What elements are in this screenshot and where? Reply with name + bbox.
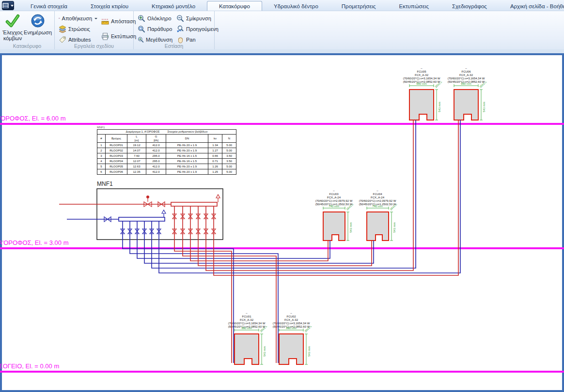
- svg-text:740 mm: 740 mm: [329, 205, 339, 208]
- chevron-down-icon: [11, 5, 14, 7]
- zoom-out-button[interactable]: Σμίκρυνση: [174, 14, 220, 23]
- layers-button[interactable]: Στρώσεις: [57, 25, 99, 33]
- svg-text:990 mm: 990 mm: [286, 327, 297, 330]
- fcu04-labels: –FCU04FCX_A-24 (70/60/20°C):n=2,0979,92 …: [348, 189, 407, 206]
- save-button[interactable]: Αποθήκευση: [57, 14, 99, 23]
- zoom-window-icon: [138, 25, 145, 33]
- group-label: Κατακόρυφο: [0, 43, 54, 49]
- group-ergaleia-sxediou: Αποθήκευση Στρώσεις: [55, 11, 134, 49]
- zoom-out-icon: [176, 15, 184, 22]
- print-button[interactable]: Εκτύπωση: [99, 32, 138, 41]
- check-icon: [5, 14, 20, 28]
- svg-text:16x1,5: 16x1,5: [345, 204, 354, 211]
- tab-ektyposeis[interactable]: Εκτυπώσεις: [388, 1, 440, 11]
- table-row: 2RLOOP0214.07412.0PE-Xb 20 x 1.91.275.00: [97, 148, 236, 153]
- svg-text:543 mm: 543 mm: [438, 102, 441, 112]
- canvas-top-frame: [0, 53, 564, 55]
- svg-text:20x1,9: 20x1,9: [259, 326, 267, 333]
- fcu06-labels: –FCU06FCX_A-32 (70/60/20°C):n=3,1654,34 …: [437, 67, 495, 84]
- printer-icon: [101, 32, 109, 40]
- table-row: 5RLOOP0512.63412.0PE-Xb 20 x 1.91.265.00: [97, 164, 236, 169]
- zoom-previous-icon: [176, 25, 184, 33]
- group-label: Εστίαση: [134, 43, 214, 49]
- fcu06-unit[interactable]: 990 mm 543 mm 20x1,9: [453, 82, 492, 122]
- svg-text:543 mm: 543 mm: [308, 346, 311, 357]
- ribbon-body: Έλεγχος κόμβων Ενημέρωση Κατακόρυφο: [0, 11, 564, 49]
- floor-label-2: Β'ΟΡΟΦΟΣ, El. = 6.00 m: [0, 115, 66, 122]
- floor-label-1: Α'ΟΡΟΦΟΣ, El. = 3.00 m: [0, 239, 69, 246]
- tag-icon: [59, 36, 66, 44]
- table-row: 1RLOOP0119.12412.0PE-Xb 20 x 1.91.345.00: [97, 143, 236, 148]
- zoom-window-button[interactable]: Παράθυρο: [136, 25, 174, 33]
- tab-prometriseis[interactable]: Προμετρήσεις: [330, 1, 388, 11]
- tab-strip: Γενικά στοιχεία Στοιχεία κτιρίου Κτηριακ…: [0, 0, 564, 11]
- zoom-full-icon: [138, 15, 145, 22]
- ribbon-bottom-strip: [0, 49, 564, 53]
- valve-table-title: Διαμέρισμα 1, Α'ΟΡΟΦΟΣΣτοιχεία ρυθμιστικ…: [97, 130, 236, 135]
- fcu04-unit[interactable]: 740 mm 543 mm 16x1,5: [366, 204, 403, 243]
- svg-text:990 mm: 990 mm: [461, 82, 471, 85]
- group-estiasi: Ολόκληρο Παράθυρο: [134, 11, 215, 49]
- group-label: Εργαλεία σχεδίου: [55, 43, 133, 49]
- ribbon-tabs: Γενικά στοιχεία Στοιχεία κτιρίου Κτηριακ…: [19, 0, 564, 11]
- ruler-icon: [101, 17, 109, 25]
- tab-katakoryfo[interactable]: Κατακόρυφο: [207, 1, 262, 11]
- save-dropdown-icon: [94, 18, 97, 19]
- tab-ktiriako-montelo[interactable]: Κτηριακό μοντέλο: [140, 1, 207, 11]
- svg-text:990 mm: 990 mm: [416, 82, 427, 85]
- fcu01-unit[interactable]: 990 mm 543 mm 20x1,9: [234, 326, 272, 367]
- fcu03-unit[interactable]: 740 mm 543 mm 16x1,5: [322, 204, 359, 243]
- tab-stoixeia-ktiriou[interactable]: Στοιχεία κτιρίου: [79, 1, 140, 11]
- tab-genika-stoixeia[interactable]: Γενικά στοιχεία: [19, 1, 79, 11]
- app-menu-button[interactable]: [2, 1, 14, 10]
- tab-arxiki-voitheia[interactable]: Αρχική σελίδα - Βοήθεια: [499, 1, 564, 11]
- svg-text:543 mm: 543 mm: [349, 222, 352, 233]
- svg-text:16x1,5: 16x1,5: [389, 204, 397, 211]
- table-row: 3RLOOP037.60295.0PE-Xb 16 x 1.50.663.50: [97, 153, 236, 159]
- manifold-label: MNF1: [97, 181, 113, 187]
- svg-text:20x1,9: 20x1,9: [479, 82, 487, 89]
- group-katakoryfo: Έλεγχος κόμβων Ενημέρωση Κατακόρυφο: [0, 11, 55, 49]
- fcu02-unit[interactable]: 990 mm 543 mm 20x1,9: [278, 326, 317, 367]
- floor-label-0: ΙΣΟΓΕΙΟ, El. = 0.00 m: [0, 362, 59, 370]
- hand-icon: [176, 36, 184, 44]
- valve-table-label: MNF1: [97, 126, 236, 129]
- save-icon: [59, 15, 60, 22]
- valve-table-header: # Βρόχος L[m] G[l/h] DN kv N: [97, 135, 236, 143]
- svg-text:740 mm: 740 mm: [372, 205, 383, 208]
- table-row: 6RLOOP0612.35412.0PE-Xb 20 x 1.91.255.00: [97, 169, 236, 175]
- update-button[interactable]: Ενημέρωση: [23, 12, 52, 43]
- svg-text:543 mm: 543 mm: [393, 222, 396, 233]
- zoom-full-button[interactable]: Ολόκληρο: [136, 14, 174, 23]
- fcu05-unit[interactable]: 990 mm 543 mm 20x1,9: [408, 82, 447, 122]
- svg-text:20x1,9: 20x1,9: [434, 82, 442, 89]
- check-nodes-button[interactable]: Έλεγχος κόμβων: [2, 12, 23, 43]
- zoom-previous-button[interactable]: Προηγούμενη: [174, 25, 220, 33]
- tab-ydrauliko-dentro[interactable]: Υδραυλικό δέντρο: [262, 1, 330, 11]
- zoom-in-icon: [138, 36, 144, 44]
- refresh-icon: [31, 14, 45, 28]
- tab-sxediografos[interactable]: Σχεδιογράφος: [440, 1, 499, 11]
- app-menu-icon: [2, 3, 9, 8]
- svg-text:543 mm: 543 mm: [483, 102, 486, 112]
- svg-text:20x1,9: 20x1,9: [304, 326, 312, 333]
- table-row: 4RLOOP0412.07295.0PE-Xb 16 x 1.50.713.50: [97, 159, 236, 164]
- svg-text:543 mm: 543 mm: [263, 346, 266, 357]
- layers-icon: [59, 25, 66, 33]
- distance-button[interactable]: Απόσταση: [99, 17, 138, 26]
- valve-table: MNF1 Διαμέρισμα 1, Α'ΟΡΟΦΟΣΣτοιχεία ρυθμ…: [97, 126, 236, 175]
- svg-text:990 mm: 990 mm: [241, 327, 252, 330]
- ribbon: Γενικά στοιχεία Στοιχεία κτιρίου Κτηριακ…: [0, 0, 564, 55]
- valve-table-body: 1RLOOP0119.12412.0PE-Xb 20 x 1.91.345.00…: [97, 143, 236, 175]
